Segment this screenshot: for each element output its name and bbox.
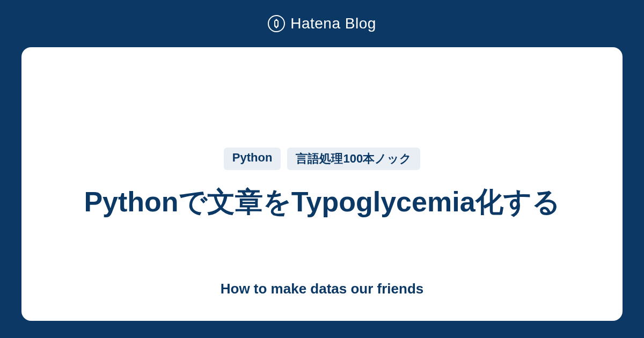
tag-nlp100[interactable]: 言語処理100本ノック [287,148,420,170]
tag-python[interactable]: Python [224,148,281,170]
site-header: Hatena Blog [268,0,376,47]
tag-list: Python 言語処理100本ノック [224,148,420,170]
content-card: Python 言語処理100本ノック Pythonで文章をTypoglycemi… [21,47,623,321]
article-title: Pythonで文章をTypoglycemia化する [84,183,560,221]
hatena-pen-icon [268,15,285,32]
blog-name: How to make datas our friends [221,281,424,297]
brand-name: Hatena Blog [290,15,376,32]
